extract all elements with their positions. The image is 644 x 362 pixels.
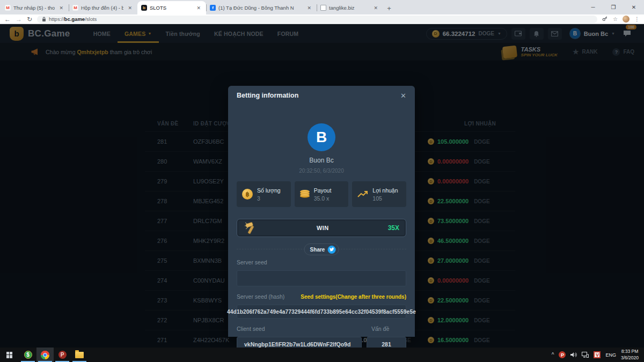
money-app-icon: $ <box>24 351 32 359</box>
bet-stats: ฿Số lượng 3Payout 35.0 x Lợi nhuận 105 <box>237 181 406 207</box>
bet-timestamp: 20:32:50, 6/3/2020 <box>237 168 406 174</box>
new-tab-button[interactable]: + <box>383 2 395 14</box>
win-banner: WIN 35X <box>237 219 406 237</box>
browser-chrome: MThư nháp (5) - thoai14071997@g✕MHộp thư… <box>0 0 644 24</box>
win-label: WIN <box>258 225 388 231</box>
stat-value: 3 <box>257 195 281 202</box>
tab-close-icon[interactable]: ✕ <box>126 5 134 11</box>
modal-title: Betting information <box>237 92 298 99</box>
stat-box: Lợi nhuận 105 <box>352 181 406 207</box>
minimize-button[interactable]: ─ <box>583 0 603 14</box>
browser-tab[interactable]: MHộp thư đến (4) - bcgamebouns✕ <box>69 1 137 14</box>
facebook-favicon-icon: f <box>210 5 216 11</box>
address-bar[interactable]: https://bc.game/slots <box>37 16 597 23</box>
lock-icon <box>42 17 46 22</box>
coin-icon: ฿ <box>242 189 253 200</box>
tab-close-icon[interactable]: ✕ <box>57 5 65 11</box>
folder-icon <box>75 352 84 358</box>
reload-button[interactable]: ↻ <box>27 16 32 23</box>
issue-label: Vấn đề <box>367 326 406 332</box>
volume-icon[interactable] <box>570 352 577 358</box>
tab-close-icon[interactable]: ✕ <box>372 5 379 11</box>
chrome-icon <box>41 351 49 359</box>
stat-value: 35.0 x <box>314 195 332 202</box>
share-button[interactable]: Share <box>304 243 339 255</box>
window-controls: ─ ❐ ✕ <box>583 0 644 14</box>
network-icon[interactable] <box>582 352 589 358</box>
browser-tab[interactable]: tanglike.biz✕ <box>317 1 383 14</box>
system-tray: ^ P V ENG 8:33 PM 3/6/2020 <box>552 348 644 362</box>
server-seed-hash-label: Server seed (hash) <box>237 293 284 300</box>
browser-menu-icon[interactable]: ⋮ <box>634 16 640 22</box>
win-multiplier: 35X <box>388 224 399 232</box>
tab-title: SLOTS <box>150 5 192 11</box>
browser-tab[interactable]: MThư nháp (5) - thoai14071997@g✕ <box>1 1 69 14</box>
player-avatar: B <box>308 123 335 151</box>
coin-stack-icon <box>300 190 310 198</box>
game-hammer-icon <box>244 221 258 235</box>
betting-information-modal: Betting information ✕ B Buon Bc 20:32:50… <box>228 86 415 337</box>
tray-expand-icon[interactable]: ^ <box>552 352 554 358</box>
stat-value: 105 <box>372 195 398 202</box>
stat-label: Lợi nhuận <box>372 187 398 194</box>
stat-box: Payout 35.0 x <box>295 181 349 207</box>
close-window-button[interactable]: ✕ <box>624 0 644 14</box>
client-seed-label: Client seed <box>237 326 265 332</box>
server-seed-label: Server seed <box>237 259 406 265</box>
tab-close-icon[interactable]: ✕ <box>305 5 313 11</box>
browser-tab[interactable]: f(1) Tạ Đức Dũng - Bông Thanh N✕ <box>206 1 317 14</box>
taskbar-money-app[interactable]: $ <box>19 348 36 362</box>
stat-label: Số lượng <box>257 187 281 194</box>
profit-chart-icon <box>357 190 368 198</box>
windows-logo-icon <box>6 352 13 358</box>
tab-close-icon[interactable]: ✕ <box>195 5 202 11</box>
share-divider: Share <box>237 249 406 249</box>
stat-label: Payout <box>314 187 332 194</box>
tray-app-icon[interactable]: P <box>559 351 566 358</box>
tab-strip: MThư nháp (5) - thoai14071997@g✕MHộp thư… <box>0 0 644 14</box>
twitter-icon[interactable] <box>327 246 335 254</box>
tab-title: tanglike.biz <box>329 5 369 11</box>
modal-close-icon[interactable]: ✕ <box>400 92 406 100</box>
clock[interactable]: 8:33 PM 3/6/2020 <box>621 349 639 361</box>
language-indicator[interactable]: ENG <box>605 352 616 358</box>
psiphon-icon: P <box>58 351 67 359</box>
start-button[interactable] <box>0 348 19 362</box>
player-name: Buon Bc <box>237 157 406 164</box>
issue-input[interactable]: 281 <box>367 337 406 348</box>
tab-title: Thư nháp (5) - thoai14071997@g <box>13 5 55 11</box>
bookmark-star-icon[interactable]: ☆ <box>613 16 618 22</box>
server-seed-hash-value[interactable]: 44d1b206f762a749e4a77329444f6fd733b895e6… <box>237 305 406 319</box>
back-button[interactable]: ← <box>4 16 11 23</box>
browser-tab[interactable]: bSLOTS✕ <box>137 1 206 14</box>
restore-button[interactable]: ❐ <box>603 0 624 14</box>
forward-button[interactable]: → <box>16 16 22 23</box>
tray-v-app-icon[interactable]: V <box>594 351 601 358</box>
stat-box: ฿Số lượng 3 <box>237 181 291 207</box>
taskbar-psiphon[interactable]: P <box>54 348 71 362</box>
share-label: Share <box>310 247 325 253</box>
taskbar-file-explorer[interactable] <box>71 348 88 362</box>
page-favicon-icon <box>320 5 326 11</box>
gmail-favicon-icon: M <box>72 5 78 11</box>
tab-title: Hộp thư đến (4) - bcgamebouns <box>81 5 123 11</box>
bcgame-favicon-icon: b <box>141 5 147 11</box>
url-text: https://bc.game/slots <box>49 16 97 22</box>
browser-toolbar: ← → ↻ https://bc.game/slots ☆ ⋮ <box>0 14 644 24</box>
client-seed-input[interactable]: vkNngbp1EfiFR2b7w1Ld6DWnF2lfQo9d <box>237 337 362 348</box>
taskbar-chrome[interactable] <box>36 348 54 362</box>
windows-taskbar: $P ^ P V ENG 8:33 PM 3/6/2020 <box>0 348 644 362</box>
gmail-favicon-icon: M <box>5 5 11 11</box>
tab-title: (1) Tạ Đức Dũng - Bông Thanh N <box>218 5 303 11</box>
seed-settings-link[interactable]: Seed settings(Change after three rounds) <box>301 294 406 300</box>
password-key-icon[interactable] <box>602 16 608 22</box>
server-seed-input[interactable] <box>237 270 406 286</box>
site-viewport: b BC.Game HOMEGAMES▼Tiền thưởngKẾ HOẠCH … <box>0 24 644 348</box>
browser-profile-avatar[interactable] <box>623 16 630 23</box>
